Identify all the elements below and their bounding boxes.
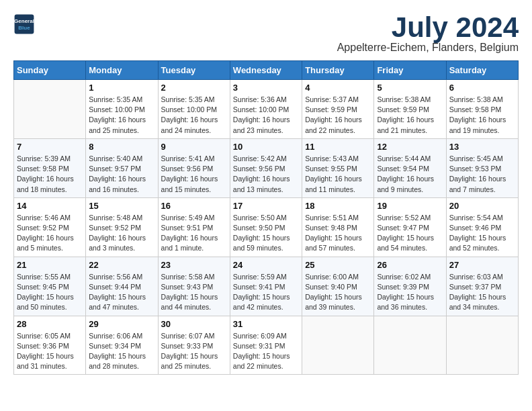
- header-cell-sunday: Sunday: [14, 61, 86, 80]
- day-info: Sunrise: 5:38 AMSunset: 9:59 PMDaylight:…: [377, 95, 443, 136]
- day-cell: 4Sunrise: 5:37 AMSunset: 9:59 PMDaylight…: [302, 80, 374, 139]
- day-info: Sunrise: 5:56 AMSunset: 9:44 PMDaylight:…: [89, 272, 154, 313]
- day-cell: 11Sunrise: 5:43 AMSunset: 9:55 PMDayligh…: [302, 138, 374, 197]
- day-number: 19: [377, 201, 443, 211]
- month-title: July 2024: [337, 13, 519, 42]
- day-cell: 12Sunrise: 5:44 AMSunset: 9:54 PMDayligh…: [374, 138, 446, 197]
- day-number: 30: [161, 319, 227, 329]
- day-info: Sunrise: 5:49 AMSunset: 9:51 PMDaylight:…: [161, 213, 227, 254]
- day-info: Sunrise: 6:06 AMSunset: 9:34 PMDaylight:…: [89, 331, 154, 372]
- week-row-5: 28Sunrise: 6:05 AMSunset: 9:36 PMDayligh…: [14, 316, 519, 375]
- day-number: 14: [17, 201, 83, 211]
- day-cell: 15Sunrise: 5:48 AMSunset: 9:52 PMDayligh…: [86, 197, 158, 257]
- header-cell-wednesday: Wednesday: [230, 61, 302, 80]
- svg-text:General: General: [14, 18, 34, 24]
- day-cell: 7Sunrise: 5:39 AMSunset: 9:58 PMDaylight…: [14, 138, 86, 197]
- day-cell: 28Sunrise: 6:05 AMSunset: 9:36 PMDayligh…: [14, 316, 86, 375]
- day-info: Sunrise: 5:45 AMSunset: 9:53 PMDaylight:…: [449, 154, 515, 195]
- svg-text:Blue: Blue: [18, 25, 30, 31]
- day-info: Sunrise: 6:07 AMSunset: 9:33 PMDaylight:…: [161, 331, 227, 372]
- header-cell-tuesday: Tuesday: [158, 61, 230, 80]
- day-cell: 1Sunrise: 5:35 AMSunset: 10:00 PMDayligh…: [86, 80, 158, 139]
- header-cell-monday: Monday: [86, 61, 158, 80]
- day-number: 16: [161, 201, 227, 211]
- day-cell: 20Sunrise: 5:54 AMSunset: 9:46 PMDayligh…: [446, 197, 518, 257]
- day-info: Sunrise: 5:48 AMSunset: 9:52 PMDaylight:…: [89, 213, 154, 254]
- day-number: 6: [449, 83, 515, 93]
- day-cell: 31Sunrise: 6:09 AMSunset: 9:31 PMDayligh…: [230, 316, 302, 375]
- header-cell-thursday: Thursday: [302, 61, 374, 80]
- day-cell: 5Sunrise: 5:38 AMSunset: 9:59 PMDaylight…: [374, 80, 446, 139]
- day-number: 5: [377, 83, 443, 93]
- day-cell: 27Sunrise: 6:03 AMSunset: 9:37 PMDayligh…: [446, 257, 518, 316]
- day-cell: 18Sunrise: 5:51 AMSunset: 9:48 PMDayligh…: [302, 197, 374, 257]
- day-info: Sunrise: 5:37 AMSunset: 9:59 PMDaylight:…: [305, 95, 371, 136]
- day-info: Sunrise: 5:51 AMSunset: 9:48 PMDaylight:…: [305, 213, 371, 254]
- day-cell: [374, 316, 446, 375]
- title-block: July 2024 Appelterre-Eichem, Flanders, B…: [337, 13, 519, 54]
- day-number: 29: [89, 319, 154, 329]
- day-cell: [302, 316, 374, 375]
- header-cell-friday: Friday: [374, 61, 446, 80]
- day-info: Sunrise: 5:36 AMSunset: 10:00 PMDaylight…: [233, 95, 299, 136]
- day-number: 10: [233, 142, 299, 152]
- day-info: Sunrise: 5:41 AMSunset: 9:56 PMDaylight:…: [161, 154, 227, 195]
- day-number: 8: [89, 142, 154, 152]
- logo-icon: General Blue: [13, 13, 35, 35]
- day-number: 4: [305, 83, 371, 93]
- day-info: Sunrise: 5:42 AMSunset: 9:56 PMDaylight:…: [233, 154, 299, 195]
- day-cell: 23Sunrise: 5:58 AMSunset: 9:43 PMDayligh…: [158, 257, 230, 316]
- day-info: Sunrise: 5:54 AMSunset: 9:46 PMDaylight:…: [449, 213, 515, 254]
- day-cell: [14, 80, 86, 139]
- day-number: 28: [17, 319, 83, 329]
- week-row-2: 7Sunrise: 5:39 AMSunset: 9:58 PMDaylight…: [14, 138, 519, 197]
- day-number: 17: [233, 201, 299, 211]
- header-row: SundayMondayTuesdayWednesdayThursdayFrid…: [14, 61, 519, 80]
- day-number: 27: [449, 260, 515, 270]
- day-cell: 22Sunrise: 5:56 AMSunset: 9:44 PMDayligh…: [86, 257, 158, 316]
- day-number: 22: [89, 260, 154, 270]
- week-row-4: 21Sunrise: 5:55 AMSunset: 9:45 PMDayligh…: [14, 257, 519, 316]
- day-info: Sunrise: 5:52 AMSunset: 9:47 PMDaylight:…: [377, 213, 443, 254]
- day-number: 23: [161, 260, 227, 270]
- day-info: Sunrise: 6:05 AMSunset: 9:36 PMDaylight:…: [17, 331, 83, 372]
- day-info: Sunrise: 6:09 AMSunset: 9:31 PMDaylight:…: [233, 331, 299, 372]
- day-info: Sunrise: 5:59 AMSunset: 9:41 PMDaylight:…: [233, 272, 299, 313]
- day-cell: 29Sunrise: 6:06 AMSunset: 9:34 PMDayligh…: [86, 316, 158, 375]
- day-number: 11: [305, 142, 371, 152]
- week-row-3: 14Sunrise: 5:46 AMSunset: 9:52 PMDayligh…: [14, 197, 519, 257]
- day-cell: 25Sunrise: 6:00 AMSunset: 9:40 PMDayligh…: [302, 257, 374, 316]
- day-cell: 14Sunrise: 5:46 AMSunset: 9:52 PMDayligh…: [14, 197, 86, 257]
- day-cell: 9Sunrise: 5:41 AMSunset: 9:56 PMDaylight…: [158, 138, 230, 197]
- day-number: 18: [305, 201, 371, 211]
- day-cell: 17Sunrise: 5:50 AMSunset: 9:50 PMDayligh…: [230, 197, 302, 257]
- logo: General Blue: [13, 13, 35, 35]
- day-cell: 10Sunrise: 5:42 AMSunset: 9:56 PMDayligh…: [230, 138, 302, 197]
- day-cell: 30Sunrise: 6:07 AMSunset: 9:33 PMDayligh…: [158, 316, 230, 375]
- page-header: General Blue July 2024 Appelterre-Eichem…: [13, 13, 519, 54]
- day-info: Sunrise: 5:39 AMSunset: 9:58 PMDaylight:…: [17, 154, 83, 195]
- day-cell: 24Sunrise: 5:59 AMSunset: 9:41 PMDayligh…: [230, 257, 302, 316]
- calendar-table: SundayMondayTuesdayWednesdayThursdayFrid…: [13, 60, 519, 375]
- day-info: Sunrise: 6:03 AMSunset: 9:37 PMDaylight:…: [449, 272, 515, 313]
- day-number: 1: [89, 83, 154, 93]
- day-number: 13: [449, 142, 515, 152]
- day-info: Sunrise: 5:40 AMSunset: 9:57 PMDaylight:…: [89, 154, 154, 195]
- day-number: 31: [233, 319, 299, 329]
- day-cell: 26Sunrise: 6:02 AMSunset: 9:39 PMDayligh…: [374, 257, 446, 316]
- day-info: Sunrise: 5:46 AMSunset: 9:52 PMDaylight:…: [17, 213, 83, 254]
- day-number: 9: [161, 142, 227, 152]
- header-cell-saturday: Saturday: [446, 61, 518, 80]
- day-number: 26: [377, 260, 443, 270]
- day-info: Sunrise: 5:55 AMSunset: 9:45 PMDaylight:…: [17, 272, 83, 313]
- day-info: Sunrise: 6:00 AMSunset: 9:40 PMDaylight:…: [305, 272, 371, 313]
- day-cell: 3Sunrise: 5:36 AMSunset: 10:00 PMDayligh…: [230, 80, 302, 139]
- day-cell: 8Sunrise: 5:40 AMSunset: 9:57 PMDaylight…: [86, 138, 158, 197]
- day-info: Sunrise: 5:50 AMSunset: 9:50 PMDaylight:…: [233, 213, 299, 254]
- day-info: Sunrise: 5:35 AMSunset: 10:00 PMDaylight…: [89, 95, 154, 136]
- day-info: Sunrise: 5:35 AMSunset: 10:00 PMDaylight…: [161, 95, 227, 136]
- day-number: 3: [233, 83, 299, 93]
- day-number: 25: [305, 260, 371, 270]
- day-cell: 2Sunrise: 5:35 AMSunset: 10:00 PMDayligh…: [158, 80, 230, 139]
- day-number: 12: [377, 142, 443, 152]
